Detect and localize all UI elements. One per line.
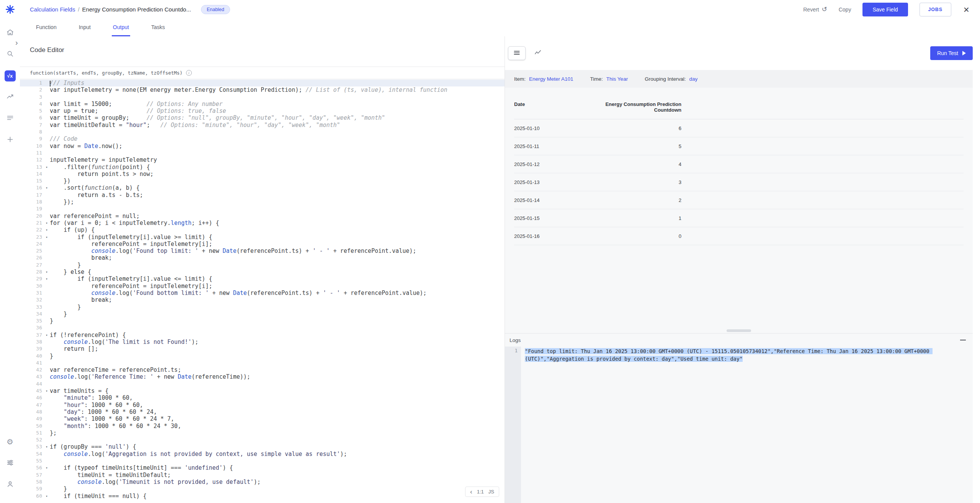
- code-line[interactable]: 56▾ if (typeof timeUnits[timeUnit] === '…: [20, 464, 505, 471]
- fold-caret-icon[interactable]: [44, 171, 50, 177]
- run-test-button[interactable]: Run Test: [930, 46, 973, 60]
- copy-button[interactable]: Copy: [839, 7, 851, 13]
- fold-caret-icon[interactable]: [44, 451, 50, 457]
- fold-caret-icon[interactable]: ▾: [44, 184, 50, 191]
- code-line[interactable]: 25 console.log('Found top limit: ' + new…: [20, 247, 505, 254]
- grouping-selector[interactable]: day: [689, 76, 697, 82]
- fold-caret-icon[interactable]: [44, 114, 50, 121]
- code-line[interactable]: 59 }: [20, 485, 505, 492]
- code-line[interactable]: 14 return point.ts > now;: [20, 171, 505, 177]
- fold-caret-icon[interactable]: [44, 283, 50, 290]
- code-line[interactable]: 13▾ .filter(function(point) {: [20, 164, 505, 171]
- code-line[interactable]: 3: [20, 94, 505, 101]
- code-line[interactable]: 34 }: [20, 311, 505, 317]
- code-line[interactable]: 48 "day": 1000 * 60 * 60 * 24,: [20, 409, 505, 415]
- code-line[interactable]: 29▾ if (inputTelemetry[i].value <= limit…: [20, 275, 505, 282]
- fold-caret-icon[interactable]: [44, 394, 50, 401]
- fold-caret-icon[interactable]: ▾: [44, 275, 50, 282]
- fold-caret-icon[interactable]: [44, 143, 50, 150]
- code-line[interactable]: 2var inputTelemetry = none(EM energy met…: [20, 86, 505, 93]
- code-line[interactable]: 47 "hour": 1000 * 60 * 60,: [20, 402, 505, 409]
- code-line[interactable]: 58 console.log('Timeunit is not provided…: [20, 479, 505, 485]
- fold-caret-icon[interactable]: [44, 345, 50, 352]
- fold-caret-icon[interactable]: ▾: [44, 464, 50, 471]
- code-line[interactable]: 6var timeUnit = groupBy; // Options: "nu…: [20, 114, 505, 121]
- tab-output[interactable]: Output: [112, 19, 130, 36]
- fold-caret-icon[interactable]: [44, 156, 50, 163]
- fold-caret-icon[interactable]: [44, 247, 50, 254]
- code-line[interactable]: 46 "minute": 1000 * 60,: [20, 394, 505, 401]
- fold-caret-icon[interactable]: [44, 415, 50, 422]
- fold-caret-icon[interactable]: [44, 107, 50, 114]
- code-line[interactable]: 53▾if (groupBy === 'null') {: [20, 443, 505, 450]
- code-line[interactable]: 20var referencePoint = null;: [20, 213, 505, 220]
- sidebar-expand-chevron-icon[interactable]: ›: [15, 38, 18, 47]
- fold-caret-icon[interactable]: [44, 86, 50, 93]
- code-line[interactable]: 8: [20, 129, 505, 135]
- fold-caret-icon[interactable]: [44, 304, 50, 311]
- sidebar-item-settings[interactable]: ⚙: [3, 435, 17, 449]
- fold-caret-icon[interactable]: [44, 177, 50, 184]
- code-line[interactable]: 24 referencePoint = inputTelemetry[i];: [20, 241, 505, 247]
- revert-button[interactable]: Revert ↺: [803, 6, 827, 13]
- table-row[interactable]: 2025-01-142: [514, 191, 964, 209]
- fold-caret-icon[interactable]: [44, 290, 50, 296]
- fold-caret-icon[interactable]: [44, 205, 50, 212]
- code-line[interactable]: 4var limit = 15000; // Options: Any numb…: [20, 101, 505, 107]
- fold-caret-icon[interactable]: [44, 94, 50, 101]
- fold-caret-icon[interactable]: ▾: [44, 269, 50, 275]
- fold-caret-icon[interactable]: [44, 150, 50, 156]
- code-line[interactable]: 42var referenceTime = referencePoint.ts;: [20, 366, 505, 373]
- fold-caret-icon[interactable]: [44, 317, 50, 324]
- code-line[interactable]: 23▾ if (inputTelemetry[i].value >= limit…: [20, 234, 505, 241]
- fold-caret-icon[interactable]: [44, 436, 50, 443]
- code-line[interactable]: 36: [20, 324, 505, 331]
- code-line[interactable]: 19: [20, 205, 505, 212]
- fold-caret-icon[interactable]: [44, 366, 50, 373]
- fold-caret-icon[interactable]: [44, 254, 50, 261]
- fold-caret-icon[interactable]: [44, 402, 50, 409]
- code-line[interactable]: 43console.log('Reference Time: ' + new D…: [20, 373, 505, 380]
- fold-caret-icon[interactable]: [44, 472, 50, 479]
- fold-caret-icon[interactable]: [44, 213, 50, 220]
- sidebar-item-add[interactable]: [3, 133, 17, 147]
- code-line[interactable]: 33 }: [20, 304, 505, 311]
- fold-caret-icon[interactable]: [44, 360, 50, 366]
- logs-body[interactable]: 1 "Found top limit: Thu Jan 16 2025 13:0…: [505, 347, 973, 503]
- code-line[interactable]: 41: [20, 360, 505, 366]
- code-line[interactable]: 54 console.log('Aggregation is not provi…: [20, 451, 505, 457]
- code-line[interactable]: 1/// Inputs: [20, 80, 505, 86]
- fold-caret-icon[interactable]: [44, 80, 50, 86]
- collapse-chevron-icon[interactable]: ‹: [470, 488, 472, 495]
- chart-view-toggle[interactable]: [529, 46, 547, 60]
- code-line[interactable]: 28▾ } else {: [20, 269, 505, 275]
- fold-caret-icon[interactable]: [44, 423, 50, 430]
- fold-caret-icon[interactable]: [44, 296, 50, 303]
- code-line[interactable]: 10var now = Date.now();: [20, 143, 505, 150]
- sidebar-item-home[interactable]: [3, 26, 17, 40]
- fold-caret-icon[interactable]: [44, 192, 50, 199]
- sidebar-item-trends[interactable]: [3, 90, 17, 104]
- sidebar-item-preferences[interactable]: [3, 456, 17, 470]
- code-line[interactable]: 11: [20, 150, 505, 156]
- fold-caret-icon[interactable]: [44, 199, 50, 205]
- code-line[interactable]: 30 referencePoint = inputTelemetry[i];: [20, 283, 505, 290]
- code-line[interactable]: 31 console.log('Found bottom limit: ' + …: [20, 290, 505, 296]
- code-line[interactable]: 21▾for (var i = 0; i < inputTelemetry.le…: [20, 220, 505, 226]
- fold-caret-icon[interactable]: ▾: [44, 387, 50, 394]
- logs-resize-handle[interactable]: [727, 329, 751, 332]
- code-line[interactable]: 22▾ if (up) {: [20, 226, 505, 233]
- code-line[interactable]: 5var up = true; // Options: true, false: [20, 107, 505, 114]
- sidebar-item-search[interactable]: [3, 47, 17, 61]
- fold-caret-icon[interactable]: [44, 122, 50, 129]
- fold-caret-icon[interactable]: [44, 135, 50, 142]
- code-line[interactable]: 51};: [20, 430, 505, 436]
- jobs-button[interactable]: JOBS: [920, 3, 951, 16]
- code-line[interactable]: 37▾if (!referencePoint) {: [20, 332, 505, 339]
- fold-caret-icon[interactable]: [44, 409, 50, 415]
- item-selector[interactable]: Energy Meter A101: [529, 76, 573, 82]
- code-line[interactable]: 52: [20, 436, 505, 443]
- sidebar-item-entities[interactable]: [3, 112, 17, 125]
- fold-caret-icon[interactable]: ▾: [44, 226, 50, 233]
- app-logo-icon[interactable]: [5, 4, 15, 15]
